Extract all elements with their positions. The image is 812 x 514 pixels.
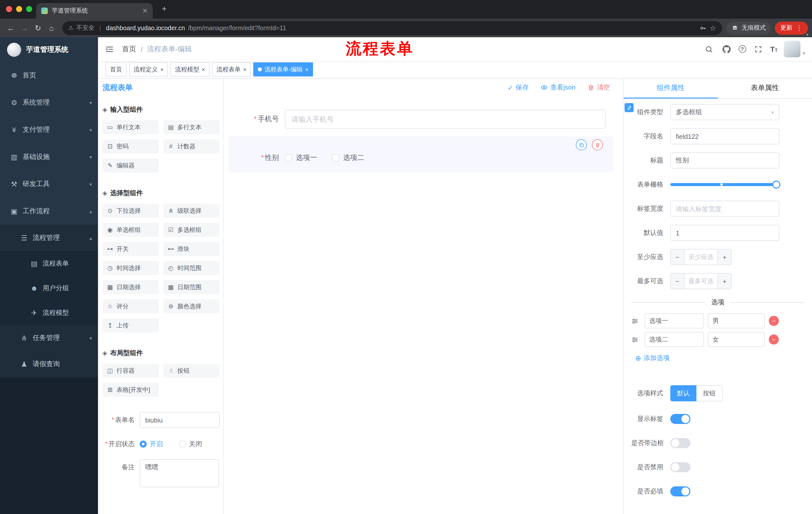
palette-item-color-picker[interactable]: ⊚颜色选择 bbox=[163, 299, 220, 313]
palette-item-single-text[interactable]: ▭单行文本 bbox=[103, 120, 159, 134]
field-row-phone[interactable]: *手机号 bbox=[229, 105, 613, 133]
close-icon[interactable]: × bbox=[243, 66, 246, 72]
palette-item-select[interactable]: ⊙下拉选择 bbox=[103, 204, 159, 218]
palette-item-rate[interactable]: ☆评分 bbox=[103, 299, 159, 313]
close-icon[interactable]: × bbox=[202, 66, 205, 72]
window-close-button[interactable] bbox=[6, 6, 12, 12]
browser-update-button[interactable]: 更新 ⋮ bbox=[775, 21, 808, 34]
palette-item-time-picker[interactable]: ◷时间选择 bbox=[103, 261, 159, 275]
remove-option-button[interactable]: − bbox=[769, 316, 779, 326]
sidebar-item-system-management[interactable]: ⚙ 系统管理 ▾ bbox=[0, 89, 98, 116]
checkbox-box[interactable] bbox=[332, 154, 339, 161]
sidebar-item-payment-management[interactable]: ¥ 支付管理 ▾ bbox=[0, 116, 98, 143]
palette-item-password[interactable]: ⊡密码 bbox=[103, 139, 159, 154]
palette-item-row-container[interactable]: ◫行容器 bbox=[103, 363, 159, 378]
clear-button[interactable]: 清空 bbox=[587, 83, 610, 92]
palette-item-textarea[interactable]: ▤多行文本 bbox=[163, 120, 220, 134]
palette-item-slider[interactable]: ⊷滑块 bbox=[163, 242, 220, 256]
forward-icon[interactable]: → bbox=[18, 24, 31, 32]
password-key-icon[interactable] bbox=[700, 24, 707, 31]
fullscreen-icon[interactable] bbox=[753, 44, 764, 55]
palette-item-cascader[interactable]: ⋔级联选择 bbox=[163, 204, 220, 218]
github-icon[interactable] bbox=[721, 44, 732, 55]
window-zoom-button[interactable] bbox=[26, 6, 32, 12]
reload-icon[interactable]: ↻ bbox=[31, 24, 45, 32]
save-button[interactable]: ✓ 保存 bbox=[508, 83, 529, 92]
tag-process-form-edit[interactable]: 流程表单-编辑 × bbox=[254, 62, 313, 77]
browser-tab[interactable]: 芋道管理系统 ✕ bbox=[36, 3, 153, 19]
option-value-input[interactable] bbox=[708, 313, 765, 328]
required-switch[interactable] bbox=[670, 486, 690, 496]
palette-item-upload[interactable]: ↥上传 bbox=[103, 318, 159, 332]
option-value-input[interactable] bbox=[708, 332, 765, 347]
option-label-input[interactable] bbox=[645, 313, 704, 328]
sidebar-item-dev-tools[interactable]: ⚒ 研发工具 ▾ bbox=[0, 170, 98, 198]
phone-input[interactable] bbox=[285, 110, 606, 129]
tab-component-props[interactable]: 组件属性 bbox=[624, 78, 718, 98]
palette-item-checkbox-group[interactable]: ☑多选框组 bbox=[163, 223, 220, 237]
remove-option-button[interactable]: − bbox=[769, 334, 779, 345]
palette-item-radio-group[interactable]: ◉单选框组 bbox=[103, 223, 159, 237]
tag-process-form[interactable]: 流程表单 × bbox=[212, 62, 251, 77]
slider-handle[interactable] bbox=[772, 181, 780, 189]
delete-component-button[interactable] bbox=[592, 139, 603, 151]
plus-button[interactable]: + bbox=[718, 249, 731, 265]
sidebar-item-leave-query[interactable]: ♟ 请假查询 bbox=[0, 351, 98, 377]
toolbar-chevron-icon[interactable]: ▾ bbox=[806, 32, 809, 37]
palette-item-switch[interactable]: ⊶开关 bbox=[103, 242, 159, 256]
home-icon[interactable]: ⌂ bbox=[45, 24, 58, 32]
palette-item-time-range[interactable]: ◴时间范围 bbox=[163, 261, 220, 275]
label-width-input[interactable] bbox=[670, 201, 779, 217]
new-tab-button[interactable]: + bbox=[162, 4, 167, 13]
view-json-button[interactable]: 查看json bbox=[541, 83, 575, 92]
show-label-switch[interactable] bbox=[670, 414, 690, 424]
sidebar-item-task-management[interactable]: ⋔ 任务管理 ▾ bbox=[0, 325, 98, 351]
min-select-input[interactable] bbox=[685, 249, 718, 265]
sidebar-item-process-management[interactable]: ☰ 流程管理 ▴ bbox=[0, 225, 98, 251]
minus-button[interactable]: − bbox=[671, 249, 685, 265]
disabled-switch[interactable] bbox=[670, 462, 690, 472]
search-icon[interactable] bbox=[703, 44, 715, 55]
help-icon[interactable]: ? bbox=[738, 45, 746, 53]
checkbox-option-2[interactable]: 选项二 bbox=[332, 154, 364, 162]
doc-link-icon[interactable] bbox=[625, 103, 634, 112]
drag-handle-icon[interactable] bbox=[631, 317, 639, 325]
font-size-icon[interactable]: TT bbox=[770, 45, 778, 53]
checkbox-option-1[interactable]: 选项一 bbox=[285, 154, 317, 162]
bookmark-star-icon[interactable]: ☆ bbox=[710, 24, 716, 32]
plus-button[interactable]: + bbox=[718, 274, 731, 289]
tab-form-props[interactable]: 表单属性 bbox=[718, 78, 812, 98]
palette-item-table[interactable]: ⊞表格[开发中] bbox=[103, 383, 159, 397]
default-value-input[interactable] bbox=[670, 225, 779, 241]
tab-close-icon[interactable]: ✕ bbox=[142, 7, 148, 14]
sidebar-item-process-form[interactable]: ▤ 流程表单 bbox=[0, 251, 98, 276]
palette-item-button[interactable]: ☝按钮 bbox=[163, 363, 220, 378]
tag-home[interactable]: 首页 bbox=[106, 62, 127, 77]
sidebar-item-infrastructure[interactable]: ▥ 基础设施 ▾ bbox=[0, 143, 98, 170]
component-type-select[interactable]: 多选框组 ▾ bbox=[670, 104, 779, 120]
grid-slider[interactable] bbox=[670, 177, 779, 193]
field-row-gender-selected[interactable]: *性别 选项一 选项二 bbox=[229, 136, 613, 172]
sidebar-item-workflow[interactable]: ▣ 工作流程 ▴ bbox=[0, 198, 98, 225]
close-icon[interactable]: × bbox=[305, 66, 309, 72]
browser-menu-icon[interactable]: ⋮ bbox=[796, 25, 803, 31]
palette-item-editor[interactable]: ✎编辑器 bbox=[103, 158, 159, 172]
close-icon[interactable]: × bbox=[160, 66, 164, 72]
tag-process-model[interactable]: 流程模型 × bbox=[171, 62, 209, 77]
remark-textarea[interactable]: 嘿嘿 bbox=[140, 459, 219, 487]
style-button-button[interactable]: 按钮 bbox=[696, 385, 723, 401]
sidebar-item-user-group[interactable]: ☻ 用户分组 bbox=[0, 276, 98, 300]
add-option-button[interactable]: ⊕ 添加选项 bbox=[635, 352, 812, 364]
address-bar[interactable]: ⚠ 不安全 | dashboard.yudao.iocoder.cn /bpm/… bbox=[62, 21, 722, 35]
drag-handle-icon[interactable] bbox=[631, 336, 639, 343]
status-radio-off[interactable]: 关闭 bbox=[179, 439, 202, 449]
breadcrumb-home[interactable]: 首页 bbox=[122, 45, 136, 54]
minus-button[interactable]: − bbox=[671, 274, 685, 289]
title-input[interactable] bbox=[670, 153, 779, 168]
style-default-button[interactable]: 默认 bbox=[670, 385, 696, 401]
form-name-input[interactable] bbox=[140, 412, 220, 428]
tag-process-definition[interactable]: 流程定义 × bbox=[129, 62, 168, 77]
window-minimize-button[interactable] bbox=[16, 6, 22, 12]
palette-item-date-range[interactable]: ▦日期范围 bbox=[163, 280, 220, 294]
sidebar-toggle-icon[interactable] bbox=[105, 45, 114, 54]
